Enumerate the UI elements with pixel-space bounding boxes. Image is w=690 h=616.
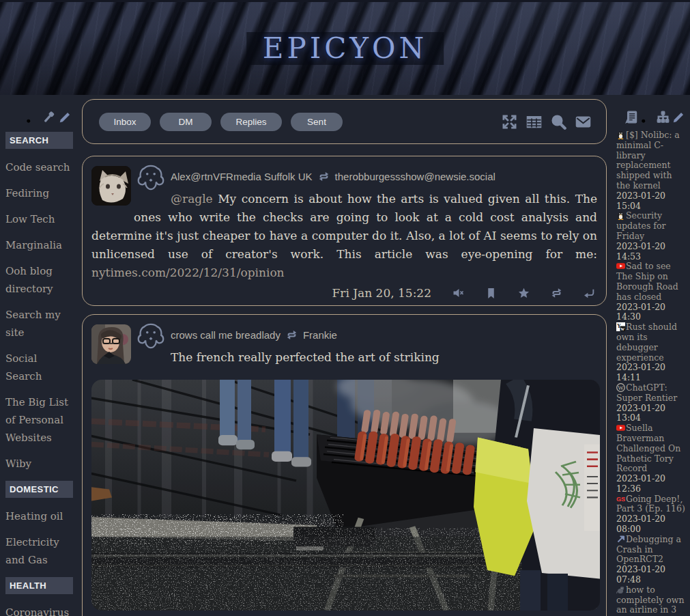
sidebar-link-marginalia[interactable]: Marginalia bbox=[5, 236, 73, 254]
sidebar-link-electricity-and-gas[interactable]: Electricity and Gas bbox=[5, 533, 73, 569]
post-timestamp[interactable]: Fri Jan 20, 15:22 bbox=[332, 286, 432, 300]
svg-text:GS: GS bbox=[616, 496, 625, 503]
tab-dm[interactable]: DM bbox=[160, 113, 212, 131]
post-author[interactable]: crows call me breadlady bbox=[171, 329, 281, 341]
document-history-icon[interactable] bbox=[625, 111, 638, 124]
newswire-item: GSGS Going Deep!, Part 3 (Ep. 116) 2023-… bbox=[616, 494, 687, 535]
post-reply-to-handle[interactable]: Frankie bbox=[303, 329, 337, 341]
links-column: SEARCH Code search Fediring Low Tech Mar… bbox=[5, 109, 73, 616]
timeline-post: crows call me breadlady Frankie The fren… bbox=[82, 314, 607, 616]
youtube-favicon bbox=[616, 262, 625, 270]
envelope-icon[interactable] bbox=[575, 114, 591, 130]
newswire-headline[interactable]: how to completely own an airline in 3 bbox=[616, 585, 685, 615]
animal-favicon bbox=[616, 585, 625, 594]
avatar[interactable] bbox=[91, 324, 131, 364]
lwn-penguin-favicon bbox=[616, 130, 625, 139]
tab-sent[interactable]: Sent bbox=[291, 113, 343, 131]
newswire-headline[interactable]: Suella Braverman Challenged On Pathetic … bbox=[616, 423, 680, 473]
newswire-date: 2023-01-20 12:36 bbox=[616, 474, 687, 494]
newswire-headline[interactable]: Debugging a Crash in OpenRCT2 bbox=[616, 534, 681, 565]
newswire-date: 2023-01-20 15:04 bbox=[616, 191, 687, 212]
newswire-headline[interactable]: [$] Nolibc: a minimal C-library replacem… bbox=[616, 130, 680, 191]
newswire-date: 2023-01-20 14:30 bbox=[616, 303, 687, 323]
timeline-tabs: Inbox DM Replies Sent bbox=[99, 113, 343, 131]
tab-inbox[interactable]: Inbox bbox=[99, 113, 151, 131]
mute-icon[interactable] bbox=[452, 288, 464, 299]
star-icon[interactable] bbox=[518, 288, 530, 299]
timeline-header: Inbox DM Replies Sent bbox=[82, 99, 607, 144]
newswire-column: [$] Nolibc: a minimal C-library replacem… bbox=[616, 109, 687, 615]
newswire-date: 2023-01-20 07:48 bbox=[616, 565, 687, 585]
youtube-favicon bbox=[616, 423, 625, 432]
sidebar-link-ooh-blog-directory[interactable]: Ooh blog directory bbox=[5, 262, 73, 298]
dog-icon bbox=[135, 163, 167, 192]
newswire-item: Security updates for Friday 2023-01-20 1… bbox=[616, 211, 687, 262]
post-text: My concern is about how the arts is valu… bbox=[91, 192, 597, 261]
newswire-date: 2023-01-20 14:53 bbox=[616, 242, 687, 262]
sidebar-link-search-my-site[interactable]: Search my site bbox=[5, 306, 73, 341]
reply-chain-icon bbox=[318, 171, 330, 182]
instance-title: EPICYON bbox=[246, 32, 444, 65]
svg-text:W: W bbox=[618, 384, 624, 391]
newswire-headline[interactable]: ChatGPT: Super Rentier bbox=[616, 382, 677, 403]
gs-favicon: GSGS bbox=[616, 494, 625, 503]
rss-feed-icon[interactable] bbox=[26, 111, 39, 124]
avatar[interactable] bbox=[91, 166, 131, 206]
edit-pen-icon[interactable] bbox=[59, 111, 72, 124]
repeat-icon[interactable] bbox=[551, 288, 562, 299]
newswire-item: [$] Nolibc: a minimal C-library replacem… bbox=[616, 130, 687, 211]
rss-feed-icon[interactable] bbox=[641, 111, 654, 124]
newswire-headline[interactable]: Rust should own its debugger experience bbox=[616, 322, 677, 362]
dog-icon bbox=[135, 322, 167, 350]
bookmark-icon[interactable] bbox=[485, 288, 497, 299]
sidebar-link-low-tech[interactable]: Low Tech bbox=[5, 210, 73, 228]
section-header-health: HEALTH bbox=[5, 577, 73, 594]
newswire-item: Suella Braverman Challenged On Pathetic … bbox=[616, 423, 687, 494]
yw-favicon: Yw bbox=[616, 322, 625, 331]
section-header-search: SEARCH bbox=[5, 132, 73, 149]
newswire-headline[interactable]: Going Deep!, Part 3 (Ep. 116) bbox=[616, 494, 685, 514]
newswire-item: how to completely own an airline in 3 bbox=[616, 585, 687, 615]
newswire-date: 2023-01-20 13:04 bbox=[616, 404, 687, 424]
lwn-penguin-favicon bbox=[616, 211, 625, 220]
tab-replies[interactable]: Replies bbox=[220, 113, 282, 131]
sidebar-link-heating-oil[interactable]: Heating oil bbox=[5, 507, 73, 525]
post-reply-to-handle[interactable]: therobburgessshow@newsie.social bbox=[335, 171, 495, 182]
newswire-items: [$] Nolibc: a minimal C-library replacem… bbox=[616, 130, 687, 615]
mention-link[interactable]: @ragle bbox=[171, 192, 213, 206]
sidebar-link-big-list-personal-websites[interactable]: The Big List of Personal Websites bbox=[5, 393, 73, 447]
newswire-item: Debugging a Crash in OpenRCT2 2023-01-20… bbox=[616, 535, 687, 585]
newswire-date: 2023-01-20 14:11 bbox=[616, 363, 687, 383]
post-attached-photo[interactable] bbox=[91, 380, 600, 611]
search-icon[interactable] bbox=[551, 114, 566, 130]
post-content: @ragle My concern is about how the arts … bbox=[91, 190, 597, 282]
sidebar-link-code-search[interactable]: Code search bbox=[5, 158, 73, 176]
calendar-grid-icon[interactable] bbox=[526, 114, 542, 130]
svg-text:w: w bbox=[620, 326, 624, 331]
post-author[interactable]: Alex@rtnVFRmedia Suffolk UK bbox=[171, 171, 313, 182]
expand-icon[interactable] bbox=[502, 114, 517, 130]
newswire-item: Yw Rust should own its debugger experien… bbox=[616, 322, 687, 383]
post-content: The french really perfected the art of s… bbox=[91, 348, 597, 367]
newswire-item: Sad to see The Ship on Borough Road has … bbox=[616, 262, 687, 322]
post-external-link[interactable]: nytimes.com/2022/12/31/opinion bbox=[91, 266, 285, 279]
reply-chain-icon bbox=[286, 330, 298, 340]
newswire-item: W ChatGPT: Super Rentier 2023-01-20 13:0… bbox=[616, 383, 687, 423]
newswire-date: 2023-01-20 08:00 bbox=[616, 514, 687, 535]
wordpress-favicon: W bbox=[616, 383, 625, 392]
section-header-domestic: DOMESTIC bbox=[5, 481, 73, 498]
sidebar-link-social-search[interactable]: Social Search bbox=[5, 350, 73, 385]
edit-pen-icon[interactable] bbox=[672, 111, 685, 124]
profile-banner[interactable]: EPICYON bbox=[0, 0, 690, 95]
newswire-headline[interactable]: Sad to see The Ship on Borough Road has … bbox=[616, 261, 678, 301]
arrow-up-right-favicon bbox=[616, 535, 625, 544]
reply-icon[interactable] bbox=[584, 288, 595, 299]
sidebar-link-coronavirus-statistics[interactable]: Coronavirus statistics bbox=[5, 604, 73, 616]
sidebar-link-wiby[interactable]: Wiby bbox=[5, 455, 73, 473]
categories-tree-icon[interactable] bbox=[657, 111, 670, 124]
sidebar-link-fediring[interactable]: Fediring bbox=[5, 184, 73, 202]
timeline-post: Alex@rtnVFRmedia Suffolk UK therobburges… bbox=[82, 156, 607, 306]
hammer-links-icon[interactable] bbox=[42, 111, 55, 124]
